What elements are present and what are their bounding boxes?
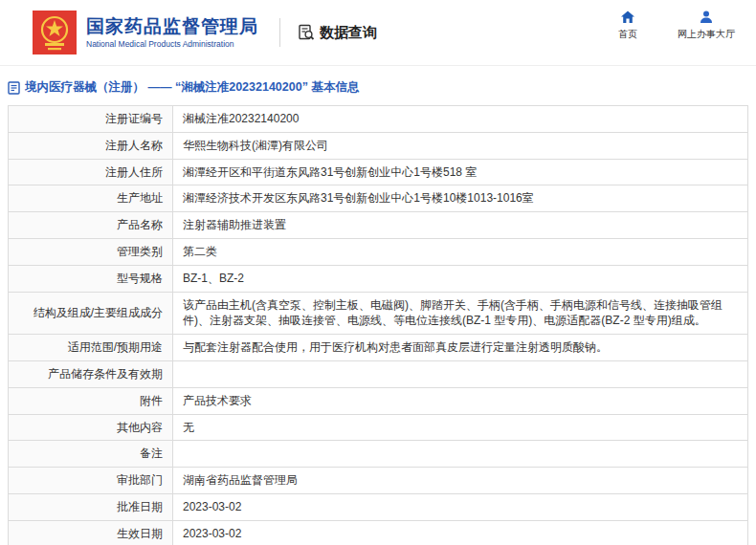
nav-home-label: 首页	[618, 28, 637, 41]
nav-service-hall-label: 网上办事大厅	[678, 28, 735, 41]
table-row: 其他内容无	[9, 414, 747, 441]
row-value: 2023-03-02	[173, 521, 747, 545]
table-row: 结构及组成/主要组成成分该产品由主机(含真空泵、控制主板、电磁阀)、脚踏开关、手…	[9, 292, 747, 335]
row-label: 审批部门	[9, 468, 173, 493]
table-row: 附件产品技术要求	[9, 387, 747, 414]
row-label: 附件	[9, 388, 173, 414]
row-label: 适用范围/预期用途	[9, 335, 173, 360]
header-nav: 首页 网上办事大厅	[618, 10, 735, 41]
table-row: 生产地址湘潭经济技术开发区东风路31号创新创业中心1号楼10楼1013-1016…	[9, 185, 747, 211]
table-row: 产品储存条件及有效期	[9, 360, 747, 387]
row-label: 注册人住所	[9, 160, 173, 185]
row-label: 注册人名称	[9, 133, 173, 159]
row-value	[173, 361, 747, 387]
row-value: 湘械注准20232140200	[173, 106, 747, 132]
row-label: 生产地址	[9, 185, 173, 211]
org-name-cn: 国家药品监督管理局	[86, 16, 258, 37]
data-query-label: 数据查询	[320, 24, 377, 42]
table-row: 注册证编号湘械注准20232140200	[9, 106, 747, 132]
table-row: 注册人住所湘潭经开区和平街道东风路31号创新创业中心1号楼518 室	[9, 159, 747, 185]
row-label: 注册证编号	[9, 106, 173, 132]
row-value: 湖南省药品监督管理局	[173, 468, 747, 493]
row-value: BZ-1、BZ-2	[173, 266, 747, 292]
row-value: 产品技术要求	[173, 388, 747, 414]
row-value: 华熙生物科技(湘潭)有限公司	[173, 133, 747, 159]
nav-home[interactable]: 首页	[618, 10, 637, 41]
nav-online-service-hall[interactable]: 网上办事大厅	[678, 10, 735, 41]
org-title-block: 国家药品监督管理局 National Medical Products Admi…	[86, 16, 258, 49]
table-row: 注册人名称华熙生物科技(湘潭)有限公司	[9, 132, 747, 159]
row-label: 型号规格	[9, 266, 173, 292]
table-row: 适用范围/预期用途与配套注射器配合使用，用于医疗机构对患者面部真皮层进行定量注射…	[9, 334, 747, 360]
row-value: 与配套注射器配合使用，用于医疗机构对患者面部真皮层进行定量注射透明质酸钠。	[173, 335, 747, 360]
row-label: 管理类别	[9, 239, 173, 265]
breadcrumb-text: 境内医疗器械（注册） —— “湘械注准20232140200” 基本信息	[25, 79, 359, 96]
row-label: 其他内容	[9, 415, 173, 441]
row-label: 备注	[9, 441, 173, 467]
row-label: 产品储存条件及有效期	[9, 361, 173, 387]
row-value: 注射器辅助推进装置	[173, 212, 747, 238]
national-emblem-logo	[33, 11, 77, 54]
row-label: 结构及组成/主要组成成分	[9, 293, 173, 335]
row-label: 产品名称	[9, 212, 173, 238]
table-row: 审批部门湖南省药品监督管理局	[9, 467, 747, 493]
row-label: 批准日期	[9, 494, 173, 520]
table-row: 备注	[9, 440, 747, 467]
header-divider	[279, 18, 280, 47]
row-value: 该产品由主机(含真空泵、控制主板、电磁阀)、脚踏开关、手柄(含手柄、手柄电源和信…	[173, 293, 747, 335]
data-query-section-link[interactable]: 数据查询	[298, 24, 377, 42]
row-value: 湘潭经济技术开发区东风路31号创新创业中心1号楼10楼1013-1016室	[173, 185, 747, 211]
home-icon	[620, 10, 635, 25]
row-value: 2023-03-02	[173, 494, 747, 520]
breadcrumb: 境内医疗器械（注册） —— “湘械注准20232140200” 基本信息	[8, 79, 748, 96]
org-name-en: National Medical Products Administration	[86, 39, 258, 49]
row-value: 湘潭经开区和平街道东风路31号创新创业中心1号楼518 室	[173, 160, 747, 185]
registration-info-table: 注册证编号湘械注准20232140200注册人名称华熙生物科技(湘潭)有限公司注…	[8, 105, 748, 545]
person-icon	[699, 10, 714, 25]
table-row: 型号规格BZ-1、BZ-2	[9, 265, 747, 292]
table-row: 产品名称注射器辅助推进装置	[9, 211, 747, 238]
row-value	[173, 441, 747, 467]
row-value: 第二类	[173, 239, 747, 265]
row-value: 无	[173, 415, 747, 441]
table-row: 生效日期2023-03-02	[9, 520, 747, 545]
site-header: 国家药品监督管理局 National Medical Products Admi…	[0, 0, 756, 66]
magnifier-document-icon	[298, 24, 315, 41]
table-row: 管理类别第二类	[9, 238, 747, 265]
table-row: 批准日期2023-03-02	[9, 493, 747, 520]
document-icon	[8, 81, 20, 95]
row-label: 生效日期	[9, 521, 173, 545]
